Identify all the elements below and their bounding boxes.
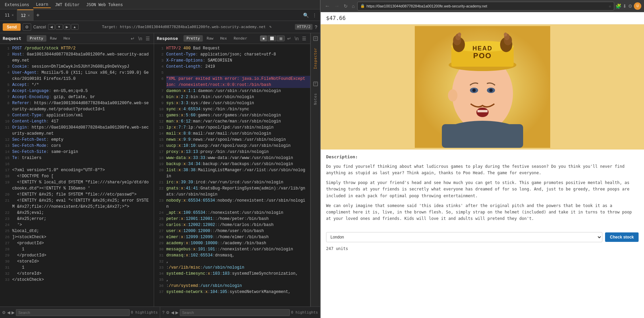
req-fmt-pretty[interactable]: Pretty xyxy=(27,35,46,42)
desc-title: Description: xyxy=(326,154,639,161)
help-button[interactable]: ? xyxy=(315,24,317,30)
browser-settings-icon[interactable]: ⚙ xyxy=(628,3,632,9)
response-line-6: 6"XML parser exited with error: java.io.… xyxy=(154,76,310,88)
req-wrap-toggle[interactable]: ↵ xyxy=(130,36,136,42)
nav-back-button[interactable]: ◀ xyxy=(48,24,55,30)
req-ln-toggle[interactable]: \n xyxy=(137,36,143,42)
svg-point-10 xyxy=(472,89,476,92)
response-line-12: 12man:x:6:12:man:/var/cache/man:/usr/sbi… xyxy=(154,118,310,124)
svg-point-27 xyxy=(448,89,457,101)
right-search-help[interactable]: ? xyxy=(162,310,165,315)
response-line-27: 27user:x:12000:12000::/home/user:/bin/ba… xyxy=(154,228,310,234)
request-line-13: 13Sec-Fetch-Mode: cors xyxy=(0,143,154,149)
resp-more-options[interactable]: ☰ xyxy=(301,36,307,42)
left-search-section: ⚙ ◀ ▶ 0 highlights xyxy=(0,307,160,318)
browser-avatar[interactable]: U xyxy=(634,2,641,10)
add-tab-button[interactable]: + xyxy=(34,9,42,21)
req-fmt-raw[interactable]: Raw xyxy=(47,35,60,42)
inspector-top-icon[interactable] xyxy=(313,36,318,42)
response-line-13: 13lp:x:7:7:lp:/var/spool/lpd:/usr/sbin/n… xyxy=(154,124,310,131)
response-format-tabs: Pretty Raw Hex Render xyxy=(184,35,250,42)
right-search-prev[interactable]: ◀ xyxy=(171,310,174,315)
cancel-button[interactable]: Cancel xyxy=(33,25,46,29)
notes-icon[interactable] xyxy=(313,81,318,88)
more-tabs-button[interactable]: ⋮ xyxy=(310,12,319,19)
browser-reload-button[interactable]: ↻ xyxy=(342,3,349,9)
browser-nav-bar: ← → ↻ ⌂ 🔒 ☆ 🧩 ⬇ ⚙ U xyxy=(321,0,644,12)
left-search-next[interactable]: ▶ xyxy=(12,310,15,315)
request-line-6: 6Accept-Language: en-US,en;q=0.5 xyxy=(0,88,154,94)
browser-home-button[interactable]: ⌂ xyxy=(350,3,356,9)
request-title: Request xyxy=(3,36,21,41)
tab-11[interactable]: 11 × xyxy=(1,9,17,21)
request-line-8: 8Referer: https://0ae10013044d08778284ba… xyxy=(0,100,154,112)
right-search-section: ? ⚙ ◀ ▶ 0 highlights xyxy=(160,307,320,318)
response-line-8: 8bin:x:2:2:bin:/bin:/usr/sbin/nologin xyxy=(154,94,310,100)
right-search-input[interactable] xyxy=(180,309,290,316)
request-line-30: 30 <storeId> xyxy=(0,258,154,265)
nav-down-button[interactable]: ▼ xyxy=(56,24,63,30)
request-line-23: 23 &#x25;error; xyxy=(0,216,154,222)
request-line-17: 17<?xml version="1.0" encoding="UTF-8"?> xyxy=(0,167,154,173)
search-tabs-button[interactable]: 🔍 xyxy=(301,12,310,19)
browser-star-icon[interactable]: ☆ xyxy=(609,4,611,8)
svg-rect-0 xyxy=(314,37,318,41)
http-version-badge[interactable]: HTTP/2 xyxy=(295,24,313,30)
resp-fmt-raw[interactable]: Raw xyxy=(203,35,216,42)
response-line-16: 16uucp:x:10:10:uucp:/var/spool/uucp:/usr… xyxy=(154,143,310,149)
right-search-next[interactable]: ▶ xyxy=(175,310,178,315)
nav-forward-button[interactable]: ▶ xyxy=(64,24,70,30)
right-search-settings[interactable]: ⚙ xyxy=(166,310,170,315)
left-search-prev[interactable]: ◀ xyxy=(7,310,10,315)
send-button[interactable]: Send xyxy=(3,23,21,31)
nav-up-button[interactable]: ▲ xyxy=(71,24,79,30)
response-line-10: 10sync:x:4:65534:sync:/bin:/bin/sync xyxy=(154,106,310,112)
menu-json-web-tokens[interactable]: JSON Web Tokens xyxy=(84,2,126,8)
menu-learn[interactable]: Learn xyxy=(33,1,51,8)
inspector-label[interactable]: Inspector xyxy=(313,46,318,70)
view-split-btn[interactable]: ⬜ xyxy=(267,36,276,41)
browser-downloads-icon[interactable]: ⬇ xyxy=(623,3,627,9)
resp-fmt-render[interactable]: Render xyxy=(231,35,250,42)
request-line-20: 20 <!ENTITY &#x25; file SYSTEM "file:///… xyxy=(0,191,154,198)
check-stock-button[interactable]: Check stock xyxy=(605,232,639,242)
menu-jwt-editor[interactable]: JWT Editor xyxy=(52,2,82,8)
resp-ln-toggle[interactable]: \n xyxy=(294,36,300,42)
resp-fmt-pretty[interactable]: Pretty xyxy=(184,35,203,42)
req-fmt-hex[interactable]: Hex xyxy=(60,35,73,42)
request-code-area[interactable]: 1POST /product/stock HTTP/22Host: 0ae100… xyxy=(0,44,154,306)
browser-url-bar[interactable] xyxy=(366,4,607,8)
tab-12-close[interactable]: × xyxy=(28,14,30,17)
response-line-3: 3X-Frame-Options: SAMEORIGIN xyxy=(154,58,310,64)
response-line-25: 25peter:x:12001:12001::/home/peter:/bin/… xyxy=(154,216,310,222)
request-line-21: 21 <!ENTITY &#x25; eval "<!ENTITY &#x26;… xyxy=(0,198,154,210)
tab-12[interactable]: 12 × xyxy=(17,9,33,21)
resp-wrap-toggle[interactable]: ↵ xyxy=(286,36,292,42)
edit-target-icon[interactable]: ✎ xyxy=(269,25,272,29)
resp-fmt-hex[interactable]: Hex xyxy=(217,35,230,42)
response-code-area[interactable]: 1HTTP/2 400 Bad Request2Content-Type: ap… xyxy=(154,44,310,306)
tab-11-close[interactable]: × xyxy=(12,13,14,17)
response-line-15: 15news:x:9:9:news:/var/spool/news:/usr/s… xyxy=(154,137,310,143)
browser-back-button[interactable]: ← xyxy=(323,2,331,10)
request-line-3: 3Cookie: session=Dh7lmCwykJnSJUhYJhG08Lp… xyxy=(0,64,154,70)
location-select[interactable]: London Paris Milan xyxy=(326,232,602,242)
request-line-5: 5Accept: */* xyxy=(0,82,154,88)
response-line-5: 5 xyxy=(154,70,310,76)
menu-extensions[interactable]: Extensions xyxy=(2,2,32,8)
right-highlights-badge: 0 highlights xyxy=(291,310,318,315)
browser-extensions-icon[interactable]: 🧩 xyxy=(616,3,621,9)
left-search-settings[interactable]: ⚙ xyxy=(2,310,6,315)
left-search-input[interactable] xyxy=(16,309,130,316)
units-display: 247 units xyxy=(321,246,644,254)
gear-button[interactable]: ⚙ xyxy=(23,23,31,31)
view-hex-btn[interactable]: ▦ xyxy=(277,36,285,41)
response-line-4: 4Content-Length: 2419 xyxy=(154,64,310,70)
notes-label[interactable]: Notes xyxy=(313,92,318,106)
req-more-options[interactable]: ☰ xyxy=(145,36,151,42)
browser-forward-button[interactable]: → xyxy=(333,2,341,10)
view-pretty-btn[interactable]: ■ xyxy=(260,36,267,41)
svg-text:HEAD: HEAD xyxy=(472,45,492,52)
desc-para-1: Do you find yourself thinking about what… xyxy=(326,163,639,176)
response-line-33: 33:/var/lib/misc:/usr/sbin/nologin xyxy=(154,265,310,271)
